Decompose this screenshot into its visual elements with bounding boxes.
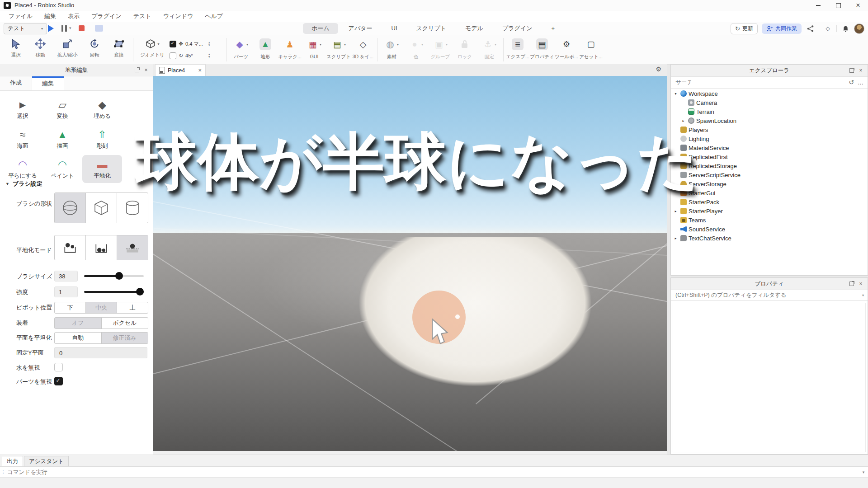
snap-voxel[interactable]: ボクセル	[101, 318, 148, 328]
maximize-button[interactable]	[828, 0, 848, 11]
terrain-tool-paint[interactable]: ◠ ペイント	[42, 155, 82, 183]
menu-item[interactable]: 表示	[62, 11, 85, 22]
tab-plugin[interactable]: プラグイン	[494, 23, 541, 34]
ribbon-group-button[interactable]: ▾ グループ	[428, 35, 453, 64]
capture-button[interactable]	[95, 25, 103, 32]
ribbon-color-button[interactable]: ▾ 色	[404, 35, 428, 64]
ribbon-explorer-button[interactable]: ▾ エクスプ...	[505, 35, 530, 64]
pivot-center[interactable]: 中央	[85, 302, 117, 313]
snap-move-stepper[interactable]: ▴▾	[208, 41, 210, 47]
expand-arrow-icon[interactable]: ▸	[680, 119, 686, 123]
snap-rotate-stepper[interactable]: ▴▾	[208, 53, 210, 58]
rotate-tool-button[interactable]: 回転	[82, 35, 107, 64]
expand-arrow-icon[interactable]: ▾	[673, 92, 679, 96]
snap-off[interactable]: オフ	[55, 318, 101, 328]
fixed-y-plane-input[interactable]: 0	[54, 347, 147, 358]
snap-move-value[interactable]: 0.4 マ...	[185, 41, 206, 47]
close-panel-icon[interactable]: ×	[858, 281, 864, 287]
menu-item[interactable]: テスト	[127, 11, 157, 22]
brush-size-value[interactable]: 38	[54, 271, 78, 282]
geometry-dropdown[interactable]: ▾ ジオメトリ	[135, 35, 170, 64]
move-tool-button[interactable]: 移動	[28, 35, 52, 64]
tree-item[interactable]: ReplicatedFirst	[671, 152, 868, 161]
terrain-tab-create[interactable]: 作成	[0, 76, 32, 90]
terrain-tool-sculpt[interactable]: ⇧ 彫刻	[82, 125, 122, 153]
close-button[interactable]	[848, 0, 868, 11]
tree-item[interactable]: ▸ TextChatService	[671, 234, 868, 243]
stop-button[interactable]	[79, 25, 85, 31]
menu-item[interactable]: 編集	[38, 11, 62, 22]
brush-shape-cube[interactable]	[85, 193, 117, 223]
tree-item[interactable]: MaterialService	[671, 143, 868, 152]
ai-assistant-icon[interactable]	[823, 24, 832, 33]
properties-filter-input[interactable]	[675, 291, 862, 299]
pause-button[interactable]	[61, 25, 67, 32]
plane-auto[interactable]: 自動	[55, 333, 101, 343]
new-tab-button[interactable]: +	[543, 23, 564, 34]
ribbon-script-button[interactable]: ▾ スクリプト	[326, 35, 351, 64]
tree-item[interactable]: StarterGui	[671, 188, 868, 197]
float-panel-icon[interactable]	[849, 67, 855, 74]
menu-item[interactable]: ファイル	[3, 11, 38, 22]
ribbon-lock-button[interactable]: ▾ ロック	[453, 35, 477, 64]
snap-rotate-value[interactable]: 45°	[185, 53, 206, 58]
terrain-tab-edit[interactable]: 編集	[32, 76, 64, 90]
more-options-icon[interactable]: …	[858, 79, 864, 86]
tree-item[interactable]: SoundService	[671, 225, 868, 234]
expand-arrow-icon[interactable]: ▸	[673, 209, 679, 213]
terrain-tool-transform[interactable]: ▱ 変換	[42, 95, 82, 123]
tree-item[interactable]: ServerScriptService	[671, 170, 868, 179]
tab-ui[interactable]: UI	[383, 23, 406, 34]
user-avatar[interactable]	[854, 23, 864, 34]
brush-shape-cylinder[interactable]	[117, 193, 148, 223]
share-icon[interactable]	[806, 24, 815, 33]
ribbon-parts-button[interactable]: ▾ パーツ	[229, 35, 253, 64]
chevron-down-icon[interactable]: ▾	[859, 470, 868, 474]
tree-item[interactable]: StarterPack	[671, 197, 868, 206]
minimize-button[interactable]	[808, 0, 828, 11]
explorer-search-input[interactable]	[675, 79, 845, 86]
snap-rotate-checkbox[interactable]	[170, 52, 176, 59]
terrain-tool-smooth[interactable]: ▬ 平地化	[82, 155, 122, 183]
ribbon-gui-button[interactable]: ▾ GUI	[302, 35, 326, 64]
update-button[interactable]: ↻ 更新	[731, 23, 758, 34]
strength-slider[interactable]	[84, 286, 144, 297]
select-tool-button[interactable]: 選択	[4, 35, 28, 64]
place-tab[interactable]: Place4 ×	[155, 64, 206, 76]
ignore-water-checkbox[interactable]	[54, 363, 63, 371]
tree-item[interactable]: ReplicatedStorage	[671, 161, 868, 170]
terrain-tool-sealevel[interactable]: ≈ 海面	[3, 125, 42, 153]
tab-model[interactable]: モデル	[457, 23, 492, 34]
scale-tool-button[interactable]: 拡大/縮小	[52, 35, 82, 64]
brush-shape-sphere[interactable]	[55, 193, 85, 223]
terrain-tool-fill[interactable]: ◆ 埋める	[82, 95, 122, 123]
tree-item[interactable]: Terrain	[671, 107, 868, 116]
tree-item[interactable]: ▸ StarterPlayer	[671, 206, 868, 216]
snap-move-checkbox[interactable]	[170, 41, 176, 47]
history-icon[interactable]: ↺	[849, 79, 854, 86]
ribbon-assets-button[interactable]: ▾ アセット...	[579, 35, 603, 64]
smooth-mode-both[interactable]	[117, 235, 148, 260]
ribbon-character-button[interactable]: ▾ キャラク...	[278, 35, 302, 64]
ribbon-terrain-button[interactable]: ▾ 地形	[253, 35, 278, 64]
close-panel-icon[interactable]: ×	[858, 67, 864, 74]
assistant-tab[interactable]: アシスタント	[24, 456, 69, 466]
close-panel-icon[interactable]: ×	[143, 67, 149, 73]
viewport-settings-gear-icon[interactable]: ⚙	[656, 66, 661, 73]
brush-size-slider[interactable]	[84, 271, 144, 282]
terrain-tool-flatten[interactable]: ◠ 平らにする	[3, 155, 42, 183]
pivot-top[interactable]: 上	[117, 302, 148, 313]
output-tab[interactable]: 出力	[2, 456, 23, 466]
tab-script[interactable]: スクリプト	[408, 23, 455, 34]
command-input[interactable]	[6, 469, 859, 476]
float-panel-icon[interactable]	[849, 281, 855, 287]
plane-fixed[interactable]: 修正済み	[101, 333, 148, 343]
terrain-tool-draw[interactable]: ▲ 描画	[42, 125, 82, 153]
collaborate-button[interactable]: 共同作業	[762, 23, 802, 34]
pause-options-caret[interactable]: ▾	[69, 26, 71, 30]
tree-item[interactable]: Lighting	[671, 134, 868, 143]
tree-item[interactable]: ▾ Workspace	[671, 89, 868, 98]
ribbon-material-button[interactable]: ▾ 素材	[379, 35, 404, 64]
ribbon-properties-button[interactable]: ▾ プロパティ	[530, 35, 554, 64]
notifications-bell-icon[interactable]	[841, 24, 850, 33]
